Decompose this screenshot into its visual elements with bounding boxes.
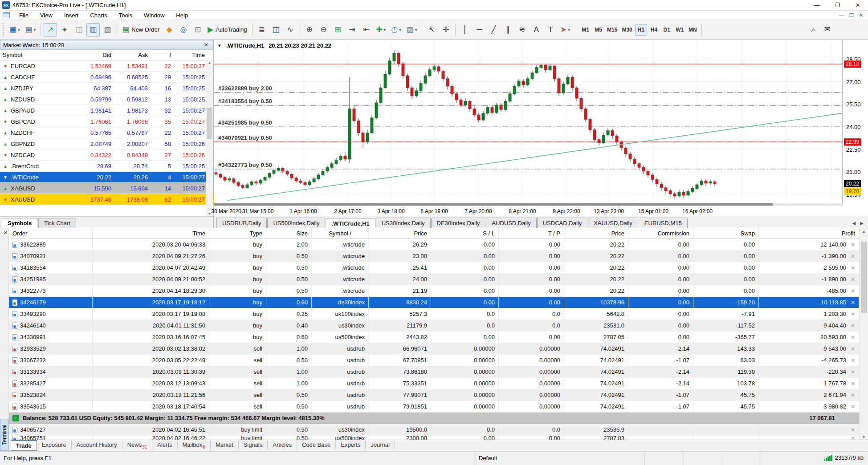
chevron-down-icon[interactable]: ▾ [415,28,417,32]
market-watch-button[interactable]: ↗ [44,23,57,36]
tab-symbols[interactable]: Symbols [2,218,37,228]
chart-tab-xauusddaily[interactable]: XAUUSD,Daily [588,218,638,228]
terminal-tab-trade[interactable]: Trade [11,440,37,451]
terminal-tab-articles[interactable]: Articles [268,440,297,449]
column-header-symbol[interactable]: Symbol [0,52,67,58]
timeframe-mn[interactable]: MN [687,24,699,36]
column-header-bid[interactable]: Bid [67,52,111,58]
timeframe-m1[interactable]: M1 [579,24,591,36]
mdi-minimize-button[interactable]: — [837,11,847,19]
chart-tab-eurusdm15[interactable]: EURUSD,M15 [639,218,688,228]
close-order-icon[interactable]: ✕ [851,253,855,259]
mdi-close-button[interactable]: ✕ [856,11,866,19]
timeframe-h4[interactable]: H4 [648,24,660,36]
market-watch-row[interactable]: ▼GBPCAD1.760611.760963515:00:27 [0,116,213,127]
chart-shift-button[interactable]: ⇤ [360,23,373,36]
close-market-watch-icon[interactable]: ✕ [202,42,210,48]
close-order-icon[interactable]: ✕ [851,436,855,440]
close-order-icon[interactable]: ✕ [851,427,855,433]
order-row[interactable]: 330672332020.03.05 22:22:48sell0.50usdru… [9,355,859,366]
metaeditor-button[interactable]: ◆ [163,23,176,36]
column-header-tp[interactable]: T / P [499,228,564,239]
column-header-price[interactable]: Price [369,228,431,239]
menu-window[interactable]: Window [138,11,170,20]
crosshair-button[interactable]: ✛ [439,23,452,36]
chat-button[interactable]: ✉ [821,23,834,36]
column-header-ask[interactable]: Ask [111,52,148,58]
market-watch-scrollbar[interactable]: ▲ ▼ [206,61,213,216]
zoom-in-button[interactable]: ⊕ [303,23,316,36]
column-header-price[interactable]: Price [564,228,628,239]
autotrading-button[interactable]: ▶AutoTrading [205,23,249,36]
timeframe-w1[interactable]: W1 [674,24,686,36]
minimize-button[interactable]: — [807,0,827,10]
close-order-icon[interactable]: ✕ [851,404,855,410]
market-watch-row[interactable]: ▲NZDJPY64.38764.4031615:00:25 [0,83,213,94]
close-order-icon[interactable]: ✕ [851,242,855,248]
order-row[interactable]: 340709212020.04.09 21:27:26buy0.50.wticr… [9,251,859,262]
chart-plot-area[interactable]: #33622889 buy 2.00#34183554 buy 0.50#342… [214,40,843,203]
close-order-icon[interactable]: ✕ [851,323,855,329]
new-order-button[interactable]: ▤New Order [120,23,162,36]
symbol-search-button[interactable]: ⌕ [807,23,820,36]
scrollbar-thumb[interactable] [207,108,212,139]
shapes-button[interactable]: ➤▾ [558,23,572,36]
label-button[interactable]: T [544,23,557,36]
terminal-tab-alerts[interactable]: Alerts [152,440,177,449]
close-order-icon[interactable]: ✕ [851,265,855,271]
close-terminal-icon[interactable]: ✕ [2,229,9,236]
templates-button[interactable]: ▨▾ [404,23,420,36]
zoom-out-button[interactable]: ⊖ [317,23,330,36]
market-watch-header[interactable]: Market Watch: 15:00:28 ✕ [0,40,213,50]
status-profile[interactable]: Default [475,452,644,465]
line-chart-button[interactable]: ∿ [284,23,297,36]
timeframe-d1[interactable]: D1 [661,24,673,36]
navigator-button[interactable]: ◫ [72,23,86,36]
fibonacci-button[interactable]: ≋ [515,23,529,36]
text-button[interactable]: A [530,23,543,36]
terminal-tab-account-history[interactable]: Account History [72,440,122,449]
column-header-time[interactable]: Time [93,228,209,239]
strategy-tester-button[interactable]: ▧ [101,23,114,36]
toolbar-drag-handle[interactable] [3,23,5,36]
menu-view[interactable]: View [34,11,58,20]
connection-status[interactable]: 23137/9 kb [824,454,864,461]
channel-button[interactable]: ∥ [501,23,514,36]
order-row[interactable]: 343227732020.04.14 18:29:30buy0.50.wticr… [9,285,859,297]
scroll-up-icon[interactable]: ▲ [860,229,868,234]
order-row[interactable]: 341835542020.04.07 20:42:49buy0.50.wticr… [9,262,859,274]
order-row[interactable]: 340657512020.04.02 16:46:22buy limit0.50… [9,436,859,440]
menu-charts[interactable]: Charts [84,11,113,20]
order-row[interactable]: 335238242020.03.18 11:21:56sell0.50usdru… [9,389,859,401]
order-row[interactable]: 335436152020.03.18 17:40:54sell0.50usdru… [9,401,859,412]
scroll-down-icon[interactable]: ▼ [860,435,868,439]
column-header-symbol[interactable]: Symbol / [312,228,369,239]
trendline-button[interactable]: ╱ [487,23,500,36]
column-header-commission[interactable]: Commission [628,228,693,239]
scroll-up-icon[interactable]: ▲ [208,61,212,65]
timeframe-h1[interactable]: H1 [635,24,647,36]
terminal-tab-journal[interactable]: Journal [366,440,395,449]
vertical-line-button[interactable]: │ [458,23,472,36]
menu-tools[interactable]: Tools [113,11,138,20]
market-watch-row[interactable]: ▲NZDCHF0.577650.577872215:00:27 [0,127,213,138]
order-row[interactable]: 343309912020.03.16 16:07:45buy0.60us500i… [9,332,859,343]
profiles-button[interactable]: ▤▾ [23,23,38,36]
close-order-icon[interactable]: ✕ [851,276,855,283]
timeframe-m5[interactable]: M5 [592,24,604,36]
new-chart-button[interactable]: ▦▾ [7,23,22,36]
column-header-profit[interactable]: Profit [759,228,859,239]
close-order-icon[interactable]: ✕ [851,311,855,317]
periods-button[interactable]: ◷▾ [389,23,403,36]
order-row[interactable]: 342461402020.04.01 11:31:50buy0.40us30in… [9,320,859,332]
close-button[interactable]: ✕ [848,0,868,10]
scrollbar-thumb[interactable] [861,242,867,313]
terminal-vertical-tab[interactable]: Terminal [0,419,9,451]
market-watch-row[interactable]: ▼XAUUSD1737.461738.086215:00:27 [0,194,213,205]
terminal-tab-exposure[interactable]: Exposure [37,440,72,449]
indicators-button[interactable]: ✚▾ [374,23,388,36]
chevron-down-icon[interactable]: ▾ [568,28,571,32]
chart-tab-usdrubdaily[interactable]: USDRUB,Daily [216,218,267,228]
chart-tab-us30indexdaily[interactable]: US30Index,Daily [376,218,431,228]
close-order-icon[interactable]: ✕ [851,380,855,387]
